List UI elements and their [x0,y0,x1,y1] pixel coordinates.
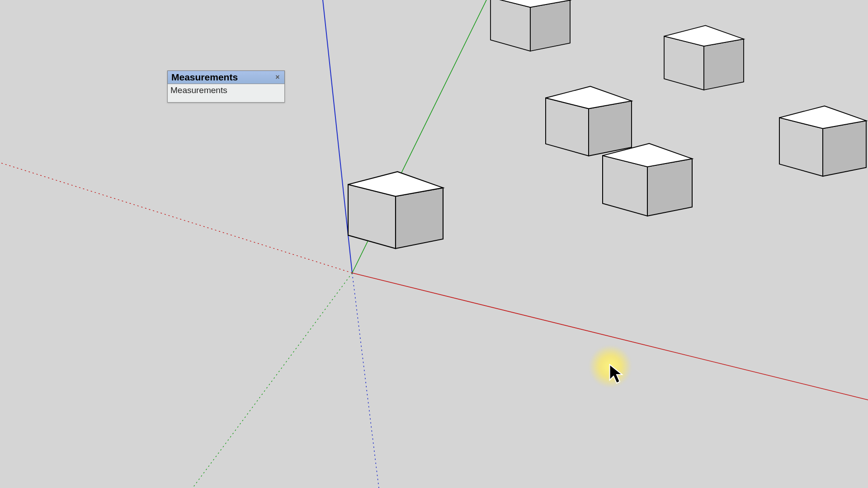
scene-svg [0,0,868,488]
svg-line-4 [352,273,379,488]
measurements-panel[interactable]: Measurements × Measurements [167,70,285,103]
viewport-3d[interactable]: Measurements × Measurements [0,0,868,488]
cubes [348,0,866,249]
measurements-label: Measurements [170,85,227,95]
measurements-body: Measurements [167,84,285,103]
close-icon[interactable]: × [274,73,282,81]
measurements-title: Measurements [171,72,238,83]
svg-line-8 [0,163,352,273]
svg-line-7 [352,273,868,400]
svg-line-6 [193,273,352,488]
measurements-titlebar[interactable]: Measurements × [167,70,285,84]
